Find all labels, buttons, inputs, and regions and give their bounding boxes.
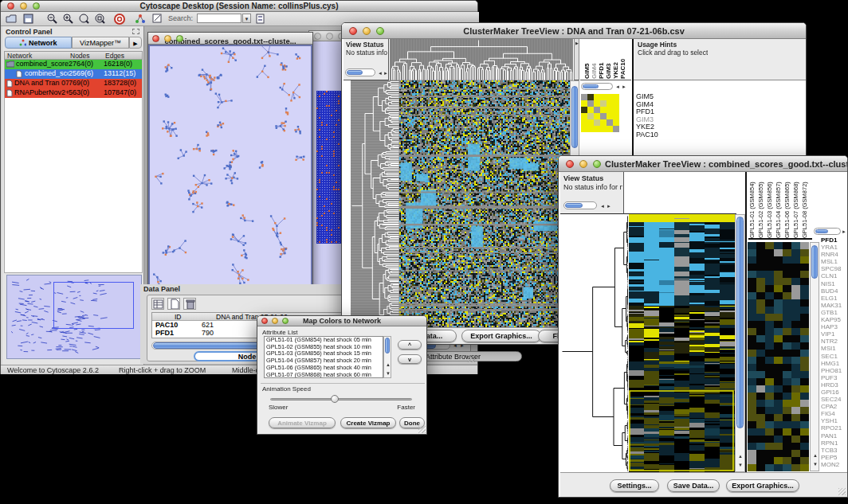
- tv2-zoom-hscrollbar[interactable]: [814, 228, 841, 235]
- float-panel-icon[interactable]: [132, 29, 139, 34]
- save-data-button[interactable]: Save Data...: [667, 479, 720, 492]
- scroll-down-icon[interactable]: ▼: [738, 463, 743, 467]
- zoom-window-button[interactable]: [376, 27, 384, 35]
- zoom-selected-icon[interactable]: [79, 14, 89, 24]
- tv1-splitter[interactable]: ▶: [574, 39, 579, 80]
- tv2-zoom-vscrollbar[interactable]: ▲ ▼: [810, 242, 819, 471]
- more-tabs-button[interactable]: ▶: [129, 37, 142, 49]
- close-button[interactable]: [314, 33, 321, 40]
- treeview1-titlebar[interactable]: ClusterMaker TreeView : DNA and Tran 07-…: [342, 23, 806, 39]
- scroll-up-icon[interactable]: ▲: [738, 454, 743, 459]
- network-row-selected[interactable]: combined_sco 2569(6) 13112(15): [5, 69, 142, 79]
- col-network[interactable]: Network: [7, 52, 32, 60]
- scroll-right-icon[interactable]: ►: [607, 204, 611, 209]
- minimize-button[interactable]: [326, 33, 333, 40]
- new-attribute-icon[interactable]: [167, 298, 180, 310]
- tv1-zoom-column-labels-entry: GIM3: [605, 39, 612, 79]
- open-file-icon[interactable]: [6, 14, 17, 24]
- tab-vizmapper[interactable]: VizMapper™: [72, 37, 129, 49]
- scroll-left-icon[interactable]: ◄: [615, 84, 620, 89]
- tv2-zoom-heatmap-canvas[interactable]: [748, 242, 809, 471]
- scroll-up-icon[interactable]: ▲: [813, 453, 818, 458]
- network-view-canvas[interactable]: [150, 46, 311, 295]
- delete-attribute-trash-icon[interactable]: [183, 298, 196, 310]
- scroll-left-icon[interactable]: ◄: [378, 71, 383, 76]
- view-status-text: No status info for now: [346, 49, 387, 57]
- scroll-right-icon[interactable]: ►: [383, 71, 388, 76]
- tv2-column-tree-area[interactable]: [624, 172, 736, 214]
- minimize-button[interactable]: [164, 35, 171, 42]
- tab-network[interactable]: Network: [5, 37, 72, 49]
- minimize-button[interactable]: [272, 318, 278, 324]
- close-button[interactable]: [261, 318, 268, 324]
- network-row[interactable]: RNAPuberNov2+ 563(0) 107847(0): [5, 88, 142, 98]
- tv1-zoom-hscrollbar[interactable]: [581, 83, 613, 90]
- tv2-zoom-column-labels-entry: GPL51-02 (GSM855): [757, 172, 766, 238]
- network-overview-canvas[interactable]: [6, 275, 142, 359]
- resize-grip[interactable]: [418, 426, 426, 433]
- zoom-fit-icon[interactable]: [95, 14, 105, 24]
- move-down-button[interactable]: v: [398, 354, 422, 364]
- col-edges[interactable]: Edges: [105, 52, 124, 60]
- search-input[interactable]: [197, 14, 241, 23]
- animation-speed-slider-track[interactable]: [270, 398, 412, 400]
- tv2-gene-label-list[interactable]: PFD1YRA1RNR4MSL1SPC98CLN1NIS1BUD4ELG1MAK…: [821, 236, 848, 471]
- dense-network-grid-cluster[interactable]: [316, 91, 341, 244]
- tv2-gene-dendrogram-canvas[interactable]: [561, 214, 628, 472]
- search-dropdown-button[interactable]: ▼: [242, 14, 251, 23]
- attribute-list-vscrollbar[interactable]: ▲ ▼: [383, 336, 391, 378]
- minimize-button[interactable]: [363, 27, 371, 35]
- tv1-gene-dendrogram-canvas[interactable]: [351, 80, 399, 327]
- tv1-column-dendrogram-canvas[interactable]: [390, 39, 573, 81]
- create-vizmap-button[interactable]: Create Vizmap: [340, 417, 396, 428]
- view-status-hscrollbar[interactable]: [563, 201, 597, 209]
- tv1-zoom-heatmap-canvas[interactable]: [581, 94, 619, 132]
- scroll-left-icon[interactable]: ◄: [600, 204, 605, 209]
- tv2-zoom-column-labels: GPL51-01 (GSM854)GPL51-02 (GSM855)GPL51-…: [748, 172, 812, 240]
- close-button[interactable]: [7, 2, 14, 10]
- attribute-list[interactable]: GPL51-01 (GSM854) heat shock 05 minGPL51…: [264, 336, 383, 378]
- export-graphics-button[interactable]: Export Graphics...: [726, 479, 799, 492]
- save-icon[interactable]: [23, 14, 33, 24]
- zoom-window-button[interactable]: [282, 318, 289, 324]
- resize-grip[interactable]: [838, 488, 846, 495]
- scroll-right-icon[interactable]: ►: [842, 229, 846, 234]
- zoom-window-button[interactable]: [176, 35, 183, 42]
- close-button[interactable]: [152, 35, 159, 42]
- annotation-icon[interactable]: [152, 14, 163, 24]
- main-titlebar[interactable]: Cytoscape Desktop (Session Name: collins…: [1, 1, 477, 12]
- tv1-global-heatmap-canvas[interactable]: [399, 80, 570, 327]
- view-status-hscrollbar[interactable]: [345, 68, 375, 76]
- search-options-icon[interactable]: [256, 14, 266, 24]
- help-lifering-icon[interactable]: [114, 14, 125, 25]
- scroll-down-icon[interactable]: ▼: [813, 462, 818, 467]
- minimize-button[interactable]: [579, 160, 587, 168]
- tv2-vscrollbar[interactable]: ▲ ▼: [735, 214, 745, 472]
- tv2-global-heatmap-canvas[interactable]: [629, 214, 735, 472]
- close-button[interactable]: [566, 160, 574, 168]
- col-id[interactable]: ID: [175, 313, 182, 321]
- attribute-table-icon[interactable]: [151, 298, 164, 310]
- minimize-button[interactable]: [20, 2, 27, 10]
- scroll-right-icon[interactable]: ►: [622, 84, 626, 89]
- scroll-down-icon[interactable]: ▼: [386, 371, 391, 376]
- zoom-in-icon[interactable]: [63, 14, 73, 24]
- col-nodes[interactable]: Nodes: [70, 52, 90, 60]
- zoom-window-button[interactable]: [593, 160, 601, 168]
- network-view-titlebar[interactable]: combined_scores_good.txt--cluste...: [148, 33, 312, 45]
- network-row[interactable]: DNA and Tran 07 769(0) 183728(0): [5, 79, 142, 88]
- treeview2-titlebar[interactable]: ClusterMaker TreeView : combined_scores_…: [559, 156, 847, 172]
- zoom-window-button[interactable]: [33, 2, 40, 10]
- export-graphics-button[interactable]: Export Graphics...: [461, 330, 541, 342]
- network-nodes-icon[interactable]: [135, 14, 146, 24]
- scroll-up-icon[interactable]: ▲: [386, 362, 391, 367]
- zoom-out-icon[interactable]: [47, 14, 57, 24]
- network-row[interactable]: combined_scores 2764(0) 16218(0): [5, 60, 142, 69]
- close-button[interactable]: [349, 27, 357, 35]
- animation-speed-slider-thumb[interactable]: [331, 395, 339, 403]
- move-up-button[interactable]: ^: [398, 340, 422, 350]
- tv2-button-bar: Settings... Save Data... Export Graphics…: [560, 472, 847, 497]
- dialog-titlebar[interactable]: Map Colors to Network: [257, 316, 426, 326]
- resize-grip[interactable]: [468, 355, 475, 362]
- settings-button[interactable]: Settings...: [610, 479, 659, 492]
